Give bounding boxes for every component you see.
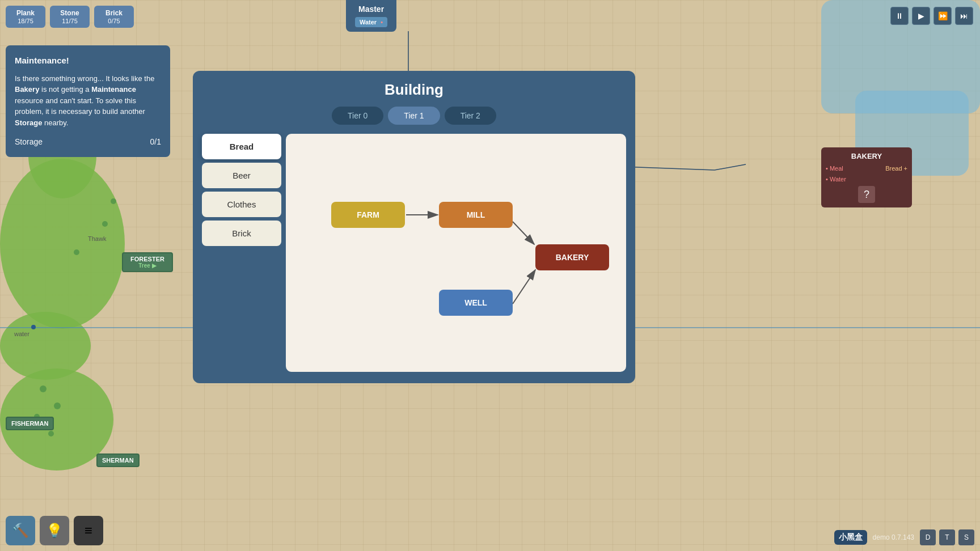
hammer-button[interactable]: 🔨 [6,516,35,545]
building-dialog: Building Tier 0 Tier 1 Tier 2 Bread Beer… [193,71,635,383]
flow-node-bakery: BAKERY [535,244,609,270]
bakery-meal-label: • Meal [826,165,843,172]
flow-node-farm: FARM [331,202,405,228]
resource-bar: Plank 18/75 Stone 11/75 Brick 0/75 [6,6,134,28]
fisherman-building: FISHERMAN [6,417,54,430]
thawk-label: Thawk [88,235,106,242]
sidebar-item-clothes[interactable]: Clothes [202,192,281,217]
maintenance-title: Maintenance! [15,54,161,67]
twitter-icon[interactable]: T [939,529,955,545]
terrain-dot-2 [102,221,108,227]
storage-row: Storage 0/1 [15,136,161,148]
sherman-building: SHERMAN [96,453,140,467]
svg-line-2 [715,164,746,170]
dialog-content: Bread Beer Clothes Brick [202,134,626,372]
terrain-dot-3 [74,249,79,255]
bakery-row-meal: • Meal Bread + [826,164,907,173]
terrain-dot-4 [40,385,47,392]
pause-button[interactable]: ⏸ [890,7,909,25]
dialog-title: Building [193,71,635,107]
dialog-sidebar: Bread Beer Clothes Brick [202,134,281,372]
water-node: Water • [355,17,387,27]
tab-tier2[interactable]: Tier 2 [445,107,496,125]
svg-line-6 [513,270,535,304]
resource-plank: Plank 18/75 [6,6,45,28]
maintenance-panel: Maintenance! Is there something wrong...… [6,45,170,157]
social-icons: D T S [920,529,974,545]
terrain-dot-1 [111,198,116,204]
forester-building: FORESTER Tree ▶ [122,252,173,272]
fastest-button[interactable]: ⏭ [955,7,973,25]
master-title: Master [355,5,387,14]
steam-icon[interactable]: S [958,529,974,545]
tab-tier0[interactable]: Tier 0 [332,107,383,125]
version-info: 小黑盒 demo 0.7.143 D T S [834,529,974,545]
top-controls: ⏸ ▶ ⏩ ⏭ [890,7,973,25]
terrain-dot-7 [48,431,54,436]
terrain-dot-5 [54,402,61,409]
sidebar-item-brick[interactable]: Brick [202,221,281,246]
flow-node-mill: MILL [439,202,513,228]
water-label: water [14,330,29,337]
bakery-panel: BAKERY • Meal Bread + • Water ? [821,147,912,207]
bakery-row-water: • Water [826,175,907,184]
bottom-toolbar: 🔨 💡 ≡ [6,516,103,545]
forester-sub: Tree ▶ [128,262,167,269]
master-panel: Master Water • [346,0,396,32]
tab-tier1[interactable]: Tier 1 [388,107,440,125]
menu-button[interactable]: ≡ [74,516,103,545]
water-dot-1 [31,325,36,329]
bakery-icon: ? [858,186,875,203]
bakery-meal-value: Bread + [885,165,907,172]
bakery-water-label: • Water [826,176,846,183]
dialog-main: FARM MILL BAKERY WELL [286,134,626,372]
sidebar-item-bread[interactable]: Bread [202,134,281,159]
fast-button[interactable]: ⏩ [933,7,952,25]
svg-line-5 [513,222,534,244]
resource-stone: Stone 11/75 [50,6,90,28]
forester-label: FORESTER [128,256,167,262]
storage-value: 0/1 [150,136,161,148]
dialog-tabs: Tier 0 Tier 1 Tier 2 [193,107,635,125]
storage-label: Storage [15,136,43,148]
maintenance-text: Is there something wrong... It looks lik… [15,73,161,129]
flow-diagram: FARM MILL BAKERY WELL [297,145,615,361]
discord-icon[interactable]: D [920,529,936,545]
resource-brick: Brick 0/75 [94,6,134,28]
version-logo: 小黑盒 [834,530,867,545]
sidebar-item-beer[interactable]: Beer [202,163,281,188]
bakery-panel-title: BAKERY [826,152,907,160]
flow-node-well: WELL [439,290,513,316]
lightbulb-button[interactable]: 💡 [40,516,69,545]
play-button[interactable]: ▶ [912,7,930,25]
version-text: demo 0.7.143 [873,533,914,541]
